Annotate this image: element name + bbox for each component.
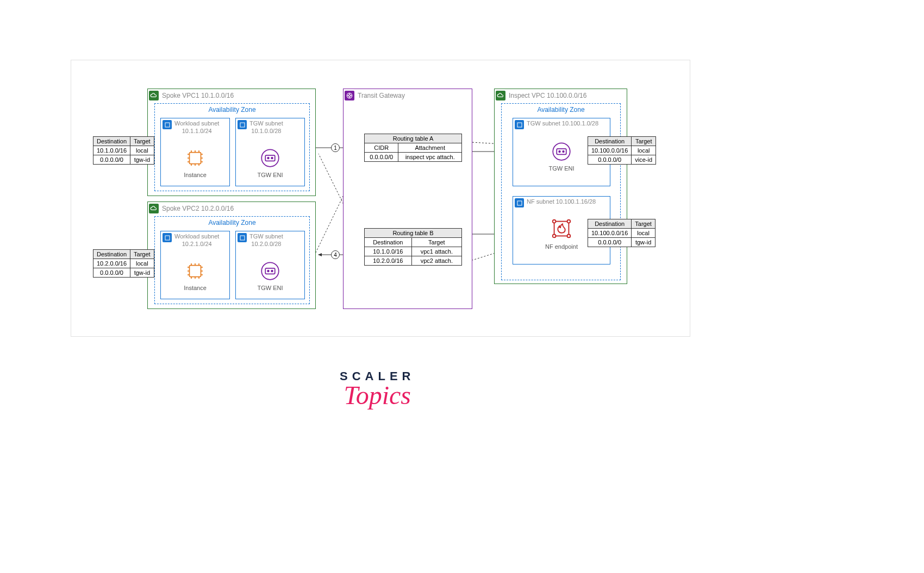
subnet-icon bbox=[163, 233, 172, 242]
spoke2-workload-subnet: Workload subnet10.2.1.0/24 Instance bbox=[160, 231, 230, 299]
spoke-vpc1-title: Spoke VPC1 10.1.0.0/16 bbox=[162, 92, 234, 99]
svg-rect-28 bbox=[165, 236, 170, 240]
svg-point-27 bbox=[271, 158, 273, 159]
az-label: Availability Zone bbox=[155, 106, 309, 114]
svg-rect-9 bbox=[165, 123, 170, 127]
svg-rect-23 bbox=[240, 123, 245, 127]
ec2-instance: Instance bbox=[161, 260, 229, 291]
inspect-vpc: Inspect VPC 10.100.0.0/16 Availability Z… bbox=[494, 89, 627, 284]
spoke-vpc2-header: Spoke VPC2 10.2.0.0/16 bbox=[148, 202, 315, 215]
svg-rect-53 bbox=[517, 123, 522, 127]
step-1: 1 bbox=[331, 143, 340, 152]
spoke2-tgw-subnet: TGW subnet10.2.0.0/28 TGW ENI bbox=[235, 231, 305, 299]
svg-point-24 bbox=[261, 149, 279, 167]
subnet-icon bbox=[238, 233, 247, 242]
svg-point-61 bbox=[553, 235, 556, 238]
spoke-vpc2-title: Spoke VPC2 10.2.0.0/16 bbox=[162, 205, 234, 212]
inspect-tgw-route-table: DestinationTarget 10.100.0.0/16local 0.0… bbox=[588, 136, 656, 165]
svg-point-45 bbox=[267, 270, 269, 272]
spoke-vpc1-header: Spoke VPC1 10.1.0.0/16 bbox=[148, 89, 315, 102]
svg-point-56 bbox=[559, 151, 560, 153]
tgw-eni-icon: TGW ENI bbox=[236, 260, 304, 291]
svg-point-60 bbox=[567, 220, 571, 223]
spoke2-route-table: DestinationTarget 10.2.0.0/16local 0.0.0… bbox=[93, 249, 154, 278]
subnet-icon bbox=[163, 120, 172, 129]
svg-rect-58 bbox=[517, 201, 522, 205]
spoke1-az: Availability Zone Workload subnet10.1.1.… bbox=[154, 103, 310, 191]
svg-rect-25 bbox=[265, 155, 275, 161]
transit-gateway-icon bbox=[345, 91, 354, 100]
cloud-icon bbox=[496, 91, 505, 100]
inspect-vpc-header: Inspect VPC 10.100.0.0/16 bbox=[495, 89, 627, 102]
spoke1-route-table: DestinationTarget 10.1.0.0/16local 0.0.0… bbox=[93, 136, 154, 165]
tg-routing-table-a: Routing table A CIDRAttachment 0.0.0.0/0… bbox=[364, 134, 462, 162]
svg-rect-10 bbox=[190, 153, 201, 164]
svg-point-46 bbox=[271, 270, 273, 272]
spoke1-workload-subnet: Workload subnet10.1.1.0/24 Instance bbox=[160, 118, 230, 186]
tg-routing-table-b: Routing table B DestinationTarget 10.1.0… bbox=[364, 228, 462, 266]
spoke-vpc1: Spoke VPC1 10.1.0.0/16 Availability Zone… bbox=[147, 89, 316, 196]
step-4: 4 bbox=[331, 250, 340, 259]
svg-point-48 bbox=[348, 95, 351, 97]
diagram-canvas: 1 2 3 4 Spoke VPC1 10.1.0.0/16 Availabil… bbox=[71, 60, 690, 337]
svg-rect-44 bbox=[265, 268, 275, 274]
az-label: Availability Zone bbox=[502, 106, 620, 114]
inspect-az: Availability Zone TGW subnet 10.100.1.0/… bbox=[501, 103, 621, 280]
transit-gateway: Transit Gateway Routing table A CIDRAtta… bbox=[343, 89, 472, 309]
subnet-icon bbox=[238, 120, 247, 129]
az-label: Availability Zone bbox=[155, 219, 309, 226]
tgw-eni-icon: TGW ENI bbox=[236, 147, 304, 178]
scaler-topics-logo: SCALER Topics bbox=[340, 369, 415, 410]
subnet-icon bbox=[515, 120, 524, 129]
spoke2-az: Availability Zone Workload subnet10.2.1.… bbox=[154, 216, 310, 304]
svg-point-57 bbox=[563, 151, 564, 153]
svg-rect-55 bbox=[557, 149, 566, 155]
subnet-icon bbox=[515, 198, 524, 207]
logo-topics: Topics bbox=[340, 380, 415, 410]
ec2-instance: Instance bbox=[161, 147, 229, 178]
spoke1-tgw-subnet: TGW subnet10.1.0.0/28 TGW ENI bbox=[235, 118, 305, 186]
tg-header: Transit Gateway bbox=[344, 89, 472, 102]
svg-rect-29 bbox=[190, 266, 201, 277]
inspect-nf-route-table: DestinationTarget 10.100.0.0/16local 0.0… bbox=[588, 219, 655, 247]
svg-point-54 bbox=[553, 143, 570, 160]
svg-point-26 bbox=[267, 158, 269, 159]
svg-point-62 bbox=[567, 235, 571, 238]
tg-title: Transit Gateway bbox=[358, 92, 405, 99]
cloud-icon bbox=[149, 204, 159, 213]
svg-point-43 bbox=[261, 262, 279, 280]
spoke-vpc2: Spoke VPC2 10.2.0.0/16 Availability Zone… bbox=[147, 202, 316, 309]
inspect-vpc-title: Inspect VPC 10.100.0.0/16 bbox=[509, 92, 586, 99]
cloud-icon bbox=[149, 91, 159, 100]
svg-point-59 bbox=[553, 220, 556, 223]
svg-rect-42 bbox=[240, 236, 245, 240]
